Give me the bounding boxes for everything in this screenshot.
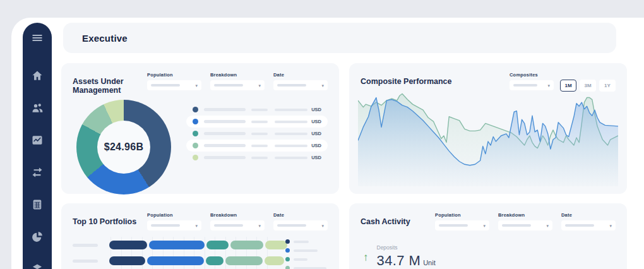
legend-name-placeholder (204, 144, 246, 147)
select-placeholder (439, 224, 468, 227)
top10-legend-dot (285, 239, 290, 244)
top10-legend-row (285, 239, 326, 244)
portfolio-name-placeholder (73, 244, 98, 247)
top10-legend-dot (285, 257, 290, 261)
select-placeholder (214, 224, 243, 227)
aum-total-value: $24.96B (104, 141, 144, 153)
breakdown-select[interactable]: ▾ (498, 220, 552, 230)
top10-legend (285, 239, 326, 269)
card-composite-performance: Composite Performance Composites▾ 1M 3M … (349, 63, 627, 194)
bar-segment (206, 256, 224, 265)
holdings-layers-icon[interactable] (30, 262, 44, 269)
select-placeholder (151, 224, 180, 227)
filter-label-composites: Composites (510, 72, 554, 78)
legend-value-placeholder (251, 133, 268, 135)
legend-dot (193, 131, 198, 136)
population-select[interactable]: ▾ (147, 220, 201, 230)
performance-chart-icon[interactable] (30, 133, 44, 147)
top10-legend-label-placeholder (294, 267, 326, 269)
bar-segment (265, 256, 284, 265)
date-select[interactable]: ▾ (273, 80, 328, 90)
top10-legend-row (285, 257, 326, 261)
range-button-1m[interactable]: 1M (560, 80, 576, 92)
chevron-down-icon: ▾ (258, 224, 261, 228)
composite-filters: Composites▾ (510, 72, 554, 90)
bar-segment (109, 256, 145, 265)
select-placeholder (214, 84, 243, 87)
legend-value-placeholder (275, 109, 307, 111)
filter-breakdown: Breakdown▾ (210, 212, 265, 230)
top10-legend-dot (285, 248, 290, 253)
page-title: Executive (82, 33, 128, 44)
chevron-down-icon: ▾ (321, 83, 324, 88)
legend-currency: USD (311, 119, 321, 124)
top10-filters: Population▾Breakdown▾Date▾ (147, 212, 328, 230)
deposits-value: 34.7 M (377, 253, 421, 269)
chevron-down-icon: ▾ (195, 83, 198, 88)
calculator-icon[interactable] (30, 198, 44, 212)
aum-donut-chart: $24.96B (76, 100, 171, 194)
bar-segment (149, 241, 205, 249)
legend-name-placeholder (204, 156, 246, 159)
breakdown-select[interactable]: ▾ (210, 80, 265, 90)
aum-title: Assets Under Management (73, 77, 147, 95)
card-cash-activity: Cash Activity Population▾Breakdown▾Date▾… (349, 203, 627, 269)
select-placeholder (565, 224, 594, 227)
legend-dot (193, 119, 198, 124)
legend-currency: USD (311, 131, 321, 136)
legend-value-placeholder (275, 121, 307, 123)
aum-donut-hole: $24.96B (97, 121, 150, 174)
legend-row: USD (186, 140, 328, 152)
legend-row: USD (186, 104, 328, 116)
allocation-pie-icon[interactable] (30, 230, 44, 244)
range-button-3m[interactable]: 3M (580, 80, 596, 92)
date-select[interactable]: ▾ (273, 220, 328, 230)
portfolio-name-placeholder (73, 260, 98, 263)
filter-population: Population▾ (147, 212, 201, 230)
filter-population: Population▾ (435, 212, 489, 230)
legend-value-placeholder (275, 133, 307, 135)
top10-bar-chart (73, 241, 328, 269)
clients-icon[interactable] (30, 101, 44, 115)
population-select[interactable]: ▾ (435, 220, 489, 230)
filter-breakdown: Breakdown▾ (210, 72, 265, 90)
filter-date: Date▾ (273, 212, 328, 230)
deposits-unit: Unit (423, 259, 436, 266)
aum-legend: USDUSDUSDUSDUSD (186, 104, 328, 194)
top10-legend-row (285, 266, 326, 269)
legend-value-placeholder (251, 109, 268, 111)
legend-name-placeholder (204, 108, 246, 111)
top10-legend-label-placeholder (294, 249, 318, 252)
select-placeholder (513, 84, 537, 87)
filter-label-date: Date (273, 72, 328, 78)
select-placeholder (277, 224, 306, 227)
composites-select[interactable]: ▾ (510, 80, 554, 90)
legend-currency: USD (311, 155, 321, 160)
legend-value-placeholder (251, 157, 268, 159)
home-icon[interactable] (30, 69, 44, 83)
transfers-icon[interactable] (30, 165, 44, 179)
filter-label-date: Date (561, 212, 616, 218)
top10-legend-label-placeholder (294, 241, 309, 243)
top10-legend-label-placeholder (294, 258, 307, 261)
card-assets-under-management: Assets Under Management Population▾Break… (61, 63, 339, 194)
aum-filters: Population▾Breakdown▾Date▾ (147, 72, 328, 90)
bar-segment (225, 256, 263, 265)
menu-icon[interactable] (30, 31, 44, 45)
date-select[interactable]: ▾ (561, 220, 616, 230)
bar-segment (147, 256, 204, 265)
range-button-1y[interactable]: 1Y (599, 80, 616, 92)
breakdown-select[interactable]: ▾ (210, 220, 265, 230)
legend-dot (193, 143, 198, 148)
population-select[interactable]: ▾ (147, 80, 201, 90)
select-placeholder (277, 84, 306, 87)
chevron-down-icon: ▾ (546, 224, 549, 228)
chevron-down-icon: ▾ (609, 224, 612, 228)
cash-filters: Population▾Breakdown▾Date▾ (435, 212, 616, 230)
filter-population: Population▾ (147, 72, 201, 90)
trend-up-icon: ↑ (363, 251, 369, 264)
filter-breakdown: Breakdown▾ (498, 212, 552, 230)
legend-row: USD (186, 152, 328, 164)
legend-name-placeholder (204, 120, 246, 123)
filter-label-date: Date (273, 212, 328, 218)
